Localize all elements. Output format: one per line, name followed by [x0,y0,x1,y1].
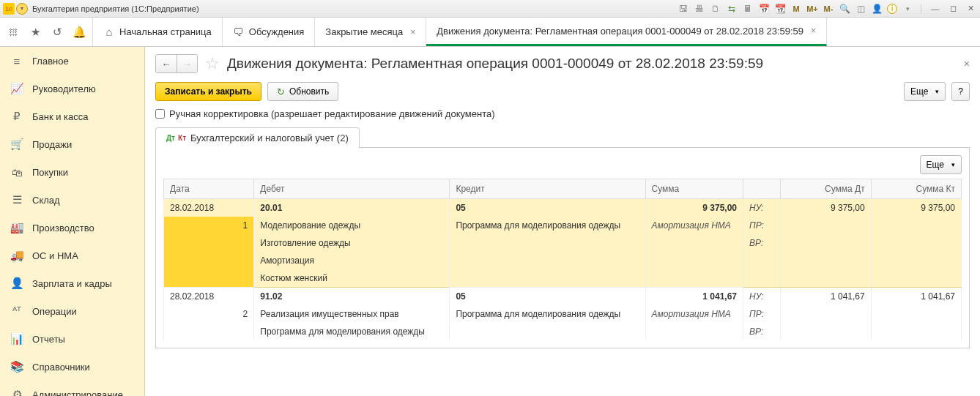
tab-discuss[interactable]: 🗨 Обсуждения [223,18,316,46]
col-sum[interactable]: Сумма [645,179,743,199]
sidebar-item-bank[interactable]: ₽Банк и касса [0,102,144,130]
calc-icon[interactable]: 🖩 [742,3,754,15]
stack-icon: ☰ [10,193,23,206]
minimize-button[interactable]: — [929,3,942,15]
table-row[interactable]: 2 Реализация имущественных прав Программ… [164,305,962,323]
sidebar-label: Покупки [32,167,68,178]
zoom-icon[interactable]: 🔍 [839,3,850,15]
apps-grid-icon[interactable]: 𐄡 [7,26,19,38]
sidebar-label: Администрирование [32,389,123,397]
close-icon[interactable]: × [410,27,415,37]
button-label: ? [958,86,963,97]
cell-type: НУ: [743,199,781,217]
sidebar-item-reports[interactable]: 📊Отчеты [0,325,144,353]
books-icon: 📚 [10,360,23,373]
tab-accounting[interactable]: ДтКт Бухгалтерский и налоговый учет (2) [155,127,360,148]
col-sum-dt[interactable]: Сумма Дт [781,179,871,199]
sidebar-item-assets[interactable]: 🚚ОС и НМА [0,242,144,269]
person-icon: 👤 [10,277,23,290]
sidebar-item-production[interactable]: 🏭Производство [0,214,144,242]
checkbox-label: Ручная корректировка (разрешает редактир… [169,108,495,119]
sidebar-item-references[interactable]: 📚Справочники [0,353,144,381]
sidebar-item-warehouse[interactable]: ☰Склад [0,186,144,214]
save-and-close-button[interactable]: Записать и закрыть [155,82,261,101]
tab-home[interactable]: ⌂ Начальная страница [93,18,223,46]
compare-icon[interactable]: ⇆ [726,3,738,15]
panel-icon[interactable]: ◫ [855,3,866,15]
at-icon: ᴬᵀ [10,305,23,318]
sidebar-item-sales[interactable]: 🛒Продажи [0,130,144,158]
sidebar-item-purchases[interactable]: 🛍Покупки [0,158,144,186]
m-plus-button[interactable]: M+ [806,3,818,15]
col-type[interactable] [743,179,781,199]
nav-arrows: ← → [155,54,198,73]
list-icon: ≡ [10,54,23,67]
button-label: Обновить [289,86,329,97]
sidebar-label: Операции [32,306,77,317]
calendar-icon[interactable]: 📅 [758,3,770,15]
refresh-button[interactable]: ↻Обновить [267,82,338,101]
sidebar-label: Продажи [32,139,72,150]
notifications-icon[interactable]: 🔔 [73,26,85,38]
dt-icon: Дт [166,134,175,142]
table-row[interactable]: 28.02.2018 91.02 05 1 041,67 НУ: 1 041,6… [164,288,962,306]
cell-debit-detail: Амортизация [254,252,450,269]
chevron-down-icon: ▾ [935,88,939,95]
user-icon[interactable]: 👤 [871,3,883,15]
app-icon: 1c [3,3,15,15]
sidebar-item-admin[interactable]: ⚙Администрирование [0,381,144,396]
col-sum-kt[interactable]: Сумма Кт [871,179,961,199]
kt-icon: Кт [178,134,186,142]
sidebar-label: Банк и касса [32,111,89,122]
sidebar-label: Руководителю [32,83,96,94]
star-icon[interactable]: ☆ [205,54,220,73]
info-dropdown[interactable]: ▾ [902,3,913,15]
cell-debit-detail: Моделирование одежды [254,217,450,234]
sidebar-label: ОС и НМА [32,250,78,261]
cell-row-no: 1 [164,217,254,288]
bars-icon: 📊 [10,332,23,345]
close-page-button[interactable]: × [964,58,970,70]
cell-credit-acc: 05 [450,199,645,217]
tab-close-month[interactable]: Закрытие месяца × [315,18,426,46]
print-icon[interactable]: 🖶 [694,3,705,15]
table-row[interactable]: 1 Моделирование одежды Программа для мод… [164,217,962,234]
chat-icon: 🗨 [233,26,245,38]
tab-document-movements[interactable]: Движения документа: Регламентная операци… [426,18,827,46]
maximize-button[interactable]: ◻ [946,3,959,15]
m-minus-button[interactable]: M- [823,3,834,15]
button-label: Еще [910,86,928,97]
app-menu-dropdown[interactable]: ▾ [16,3,28,15]
window-title: Бухгалтерия предприятия (1С:Предприятие) [32,4,199,13]
back-button[interactable]: ← [156,55,177,72]
cell-sum-dt: 1 041,67 [781,288,871,306]
save-db-icon[interactable]: 🖫 [678,3,689,15]
col-credit[interactable]: Кредит [450,179,645,199]
sidebar-item-operations[interactable]: ᴬᵀОперации [0,297,144,325]
cell-date: 28.02.2018 [164,199,254,217]
table-row[interactable]: 28.02.2018 20.01 05 9 375,00 НУ: 9 375,0… [164,199,962,217]
sidebar-item-manager[interactable]: 📈Руководителю [0,75,144,102]
cell-date: 28.02.2018 [164,288,254,306]
sidebar-label: Справочники [32,362,90,373]
close-window-button[interactable]: ✕ [964,3,977,15]
col-date[interactable]: Дата [164,179,254,199]
cell-credit-acc: 05 [450,288,645,306]
favorites-icon[interactable]: ★ [29,26,41,38]
close-icon[interactable]: × [811,26,816,36]
manual-edit-checkbox[interactable] [155,109,165,119]
cell-sum-note: Амортизация НМА [645,217,743,288]
help-button[interactable]: ? [951,82,970,101]
more-button[interactable]: Еще▾ [904,82,946,101]
date-icon[interactable]: 📆 [774,3,786,15]
history-icon[interactable]: ↺ [51,26,63,38]
preview-icon[interactable]: 🗋 [710,3,721,15]
forward-button[interactable]: → [177,55,197,72]
cell-debit-acc: 91.02 [254,288,450,306]
sidebar-item-salary[interactable]: 👤Зарплата и кадры [0,269,144,297]
m-button[interactable]: M [790,3,802,15]
sidebar-item-main[interactable]: ≡Главное [0,47,144,75]
info-icon[interactable]: i [887,4,897,14]
col-debit[interactable]: Дебет [254,179,450,199]
grid-more-button[interactable]: Еще▾ [920,155,962,174]
